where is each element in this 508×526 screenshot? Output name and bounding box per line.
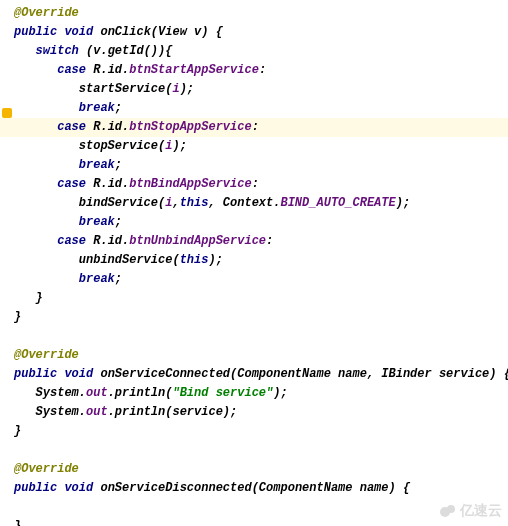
kw-break: break (79, 272, 115, 286)
switch-expr: (v.getId()){ (79, 44, 173, 58)
stmt: .println( (108, 386, 173, 400)
brace: } (36, 291, 43, 305)
annotation: @Override (14, 6, 79, 20)
method-params: (ComponentName name, IBinder service) { (230, 367, 508, 381)
annotation: @Override (14, 462, 79, 476)
kw-public: public (14, 481, 57, 495)
kw-case: case (57, 234, 86, 248)
case-pre: R.id. (86, 177, 129, 191)
brace: } (14, 310, 21, 324)
case-id: btnUnbindAppService (129, 234, 266, 248)
arg-i: i (172, 82, 179, 96)
brace: } (14, 424, 21, 438)
kw-case: case (57, 177, 86, 191)
kw-public: public (14, 25, 57, 39)
kw-this: this (180, 196, 209, 210)
case-pre: R.id. (86, 234, 129, 248)
semi: ; (115, 158, 122, 172)
kw-void: void (64, 367, 93, 381)
kw-break: break (79, 215, 115, 229)
stmt: stopService( (79, 139, 165, 153)
annotation: @Override (14, 348, 79, 362)
stmt: System. (36, 386, 86, 400)
brace: } (14, 519, 21, 526)
stmt-end: .println(service); (108, 405, 238, 419)
code-block: @Override public void onClick(View v) { … (0, 0, 508, 526)
out: out (86, 405, 108, 419)
stmt-mid: , Context. (208, 196, 280, 210)
case-pre: R.id. (86, 120, 129, 134)
case-id: btnBindAppService (129, 177, 251, 191)
kw-void: void (64, 25, 93, 39)
case-post: : (252, 177, 259, 191)
method-name: onClick (100, 25, 150, 39)
watermark-text: 亿速云 (460, 502, 502, 520)
suggestion-bulb-icon[interactable] (2, 108, 12, 118)
comma: , (172, 196, 179, 210)
kw-switch: switch (36, 44, 79, 58)
stmt: bindService( (79, 196, 165, 210)
stmt-end: ); (208, 253, 222, 267)
cloud-icon (440, 504, 456, 518)
kw-void: void (64, 481, 93, 495)
semi: ; (115, 272, 122, 286)
string-literal: "Bind service" (172, 386, 273, 400)
watermark: 亿速云 (440, 502, 502, 520)
stmt-end: ); (180, 82, 194, 96)
case-id: btnStopAppService (129, 120, 251, 134)
kw-case: case (57, 63, 86, 77)
method-name: onServiceDisconnected (100, 481, 251, 495)
kw-public: public (14, 367, 57, 381)
stmt: startService( (79, 82, 173, 96)
stmt-end: ); (172, 139, 186, 153)
stmt: System. (36, 405, 86, 419)
semi: ; (115, 215, 122, 229)
semi: ; (115, 101, 122, 115)
case-post: : (252, 120, 259, 134)
highlighted-line: case R.id.btnStopAppService: (0, 118, 508, 137)
kw-this: this (180, 253, 209, 267)
const: BIND_AUTO_CREATE (280, 196, 395, 210)
stmt-end: ); (396, 196, 410, 210)
case-post: : (266, 234, 273, 248)
method-name: onServiceConnected (100, 367, 230, 381)
kw-break: break (79, 158, 115, 172)
stmt-end: ); (273, 386, 287, 400)
out: out (86, 386, 108, 400)
method-params: (ComponentName name) { (252, 481, 410, 495)
stmt: unbindService( (79, 253, 180, 267)
kw-case: case (57, 120, 86, 134)
method-params: (View v) { (151, 25, 223, 39)
case-pre: R.id. (86, 63, 129, 77)
case-post: : (259, 63, 266, 77)
case-id: btnStartAppService (129, 63, 259, 77)
kw-break: break (79, 101, 115, 115)
